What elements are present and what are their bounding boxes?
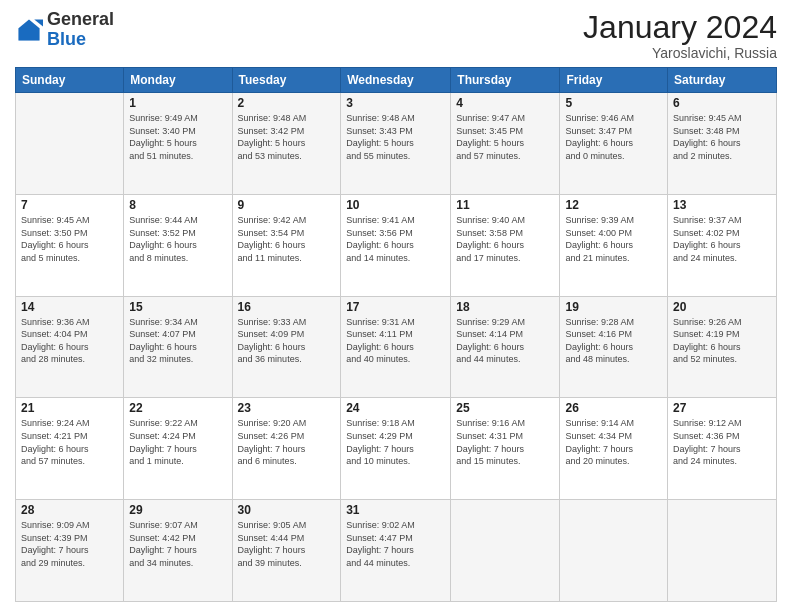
weekday-header: Saturday [668, 68, 777, 93]
day-number: 6 [673, 96, 771, 110]
day-detail: Sunrise: 9:22 AM Sunset: 4:24 PM Dayligh… [129, 417, 226, 467]
day-number: 25 [456, 401, 554, 415]
calendar-cell: 15Sunrise: 9:34 AM Sunset: 4:07 PM Dayli… [124, 296, 232, 398]
logo-icon [15, 16, 43, 44]
calendar-cell: 9Sunrise: 9:42 AM Sunset: 3:54 PM Daylig… [232, 194, 341, 296]
logo-text: General Blue [47, 10, 114, 50]
calendar-cell: 25Sunrise: 9:16 AM Sunset: 4:31 PM Dayli… [451, 398, 560, 500]
calendar-cell [668, 500, 777, 602]
calendar-cell: 4Sunrise: 9:47 AM Sunset: 3:45 PM Daylig… [451, 93, 560, 195]
calendar-cell: 1Sunrise: 9:49 AM Sunset: 3:40 PM Daylig… [124, 93, 232, 195]
day-number: 23 [238, 401, 336, 415]
day-detail: Sunrise: 9:48 AM Sunset: 3:43 PM Dayligh… [346, 112, 445, 162]
calendar-cell: 18Sunrise: 9:29 AM Sunset: 4:14 PM Dayli… [451, 296, 560, 398]
calendar-cell: 14Sunrise: 9:36 AM Sunset: 4:04 PM Dayli… [16, 296, 124, 398]
day-detail: Sunrise: 9:05 AM Sunset: 4:44 PM Dayligh… [238, 519, 336, 569]
day-number: 30 [238, 503, 336, 517]
day-number: 7 [21, 198, 118, 212]
day-detail: Sunrise: 9:28 AM Sunset: 4:16 PM Dayligh… [565, 316, 662, 366]
day-detail: Sunrise: 9:16 AM Sunset: 4:31 PM Dayligh… [456, 417, 554, 467]
weekday-header: Friday [560, 68, 668, 93]
day-number: 24 [346, 401, 445, 415]
title-block: January 2024 Yaroslavichi, Russia [583, 10, 777, 61]
calendar-cell: 16Sunrise: 9:33 AM Sunset: 4:09 PM Dayli… [232, 296, 341, 398]
day-number: 18 [456, 300, 554, 314]
header: General Blue January 2024 Yaroslavichi, … [15, 10, 777, 61]
calendar-week-row: 7Sunrise: 9:45 AM Sunset: 3:50 PM Daylig… [16, 194, 777, 296]
svg-rect-2 [19, 28, 40, 40]
calendar-cell: 17Sunrise: 9:31 AM Sunset: 4:11 PM Dayli… [341, 296, 451, 398]
calendar-cell: 10Sunrise: 9:41 AM Sunset: 3:56 PM Dayli… [341, 194, 451, 296]
day-number: 19 [565, 300, 662, 314]
logo-general: General [47, 9, 114, 29]
weekday-header: Wednesday [341, 68, 451, 93]
day-number: 13 [673, 198, 771, 212]
header-row: SundayMondayTuesdayWednesdayThursdayFrid… [16, 68, 777, 93]
calendar-cell: 19Sunrise: 9:28 AM Sunset: 4:16 PM Dayli… [560, 296, 668, 398]
logo-blue: Blue [47, 29, 86, 49]
day-number: 16 [238, 300, 336, 314]
day-detail: Sunrise: 9:37 AM Sunset: 4:02 PM Dayligh… [673, 214, 771, 264]
day-number: 15 [129, 300, 226, 314]
day-number: 2 [238, 96, 336, 110]
day-number: 1 [129, 96, 226, 110]
calendar-week-row: 21Sunrise: 9:24 AM Sunset: 4:21 PM Dayli… [16, 398, 777, 500]
calendar-cell: 11Sunrise: 9:40 AM Sunset: 3:58 PM Dayli… [451, 194, 560, 296]
day-detail: Sunrise: 9:48 AM Sunset: 3:42 PM Dayligh… [238, 112, 336, 162]
calendar-cell: 20Sunrise: 9:26 AM Sunset: 4:19 PM Dayli… [668, 296, 777, 398]
day-number: 28 [21, 503, 118, 517]
day-detail: Sunrise: 9:31 AM Sunset: 4:11 PM Dayligh… [346, 316, 445, 366]
calendar-cell [560, 500, 668, 602]
day-detail: Sunrise: 9:36 AM Sunset: 4:04 PM Dayligh… [21, 316, 118, 366]
day-number: 4 [456, 96, 554, 110]
calendar-cell: 3Sunrise: 9:48 AM Sunset: 3:43 PM Daylig… [341, 93, 451, 195]
calendar-cell [451, 500, 560, 602]
day-detail: Sunrise: 9:24 AM Sunset: 4:21 PM Dayligh… [21, 417, 118, 467]
page: General Blue January 2024 Yaroslavichi, … [0, 0, 792, 612]
calendar-cell [16, 93, 124, 195]
day-number: 22 [129, 401, 226, 415]
weekday-header: Sunday [16, 68, 124, 93]
day-detail: Sunrise: 9:39 AM Sunset: 4:00 PM Dayligh… [565, 214, 662, 264]
month-title: January 2024 [583, 10, 777, 45]
day-number: 31 [346, 503, 445, 517]
day-number: 3 [346, 96, 445, 110]
day-detail: Sunrise: 9:33 AM Sunset: 4:09 PM Dayligh… [238, 316, 336, 366]
calendar-cell: 2Sunrise: 9:48 AM Sunset: 3:42 PM Daylig… [232, 93, 341, 195]
day-number: 21 [21, 401, 118, 415]
day-detail: Sunrise: 9:12 AM Sunset: 4:36 PM Dayligh… [673, 417, 771, 467]
weekday-header: Monday [124, 68, 232, 93]
calendar-cell: 28Sunrise: 9:09 AM Sunset: 4:39 PM Dayli… [16, 500, 124, 602]
day-detail: Sunrise: 9:09 AM Sunset: 4:39 PM Dayligh… [21, 519, 118, 569]
calendar-cell: 7Sunrise: 9:45 AM Sunset: 3:50 PM Daylig… [16, 194, 124, 296]
calendar-cell: 31Sunrise: 9:02 AM Sunset: 4:47 PM Dayli… [341, 500, 451, 602]
day-detail: Sunrise: 9:46 AM Sunset: 3:47 PM Dayligh… [565, 112, 662, 162]
day-number: 17 [346, 300, 445, 314]
day-detail: Sunrise: 9:42 AM Sunset: 3:54 PM Dayligh… [238, 214, 336, 264]
weekday-header: Tuesday [232, 68, 341, 93]
day-number: 11 [456, 198, 554, 212]
calendar-cell: 13Sunrise: 9:37 AM Sunset: 4:02 PM Dayli… [668, 194, 777, 296]
day-number: 14 [21, 300, 118, 314]
calendar-cell: 26Sunrise: 9:14 AM Sunset: 4:34 PM Dayli… [560, 398, 668, 500]
calendar-cell: 27Sunrise: 9:12 AM Sunset: 4:36 PM Dayli… [668, 398, 777, 500]
calendar-cell: 30Sunrise: 9:05 AM Sunset: 4:44 PM Dayli… [232, 500, 341, 602]
day-number: 26 [565, 401, 662, 415]
day-number: 12 [565, 198, 662, 212]
day-number: 5 [565, 96, 662, 110]
calendar-table: SundayMondayTuesdayWednesdayThursdayFrid… [15, 67, 777, 602]
day-detail: Sunrise: 9:02 AM Sunset: 4:47 PM Dayligh… [346, 519, 445, 569]
calendar-week-row: 28Sunrise: 9:09 AM Sunset: 4:39 PM Dayli… [16, 500, 777, 602]
day-number: 27 [673, 401, 771, 415]
calendar-cell: 22Sunrise: 9:22 AM Sunset: 4:24 PM Dayli… [124, 398, 232, 500]
calendar-cell: 6Sunrise: 9:45 AM Sunset: 3:48 PM Daylig… [668, 93, 777, 195]
logo: General Blue [15, 10, 114, 50]
calendar-cell: 24Sunrise: 9:18 AM Sunset: 4:29 PM Dayli… [341, 398, 451, 500]
day-detail: Sunrise: 9:47 AM Sunset: 3:45 PM Dayligh… [456, 112, 554, 162]
day-number: 29 [129, 503, 226, 517]
day-number: 8 [129, 198, 226, 212]
day-number: 10 [346, 198, 445, 212]
day-detail: Sunrise: 9:40 AM Sunset: 3:58 PM Dayligh… [456, 214, 554, 264]
calendar-cell: 12Sunrise: 9:39 AM Sunset: 4:00 PM Dayli… [560, 194, 668, 296]
calendar-cell: 23Sunrise: 9:20 AM Sunset: 4:26 PM Dayli… [232, 398, 341, 500]
